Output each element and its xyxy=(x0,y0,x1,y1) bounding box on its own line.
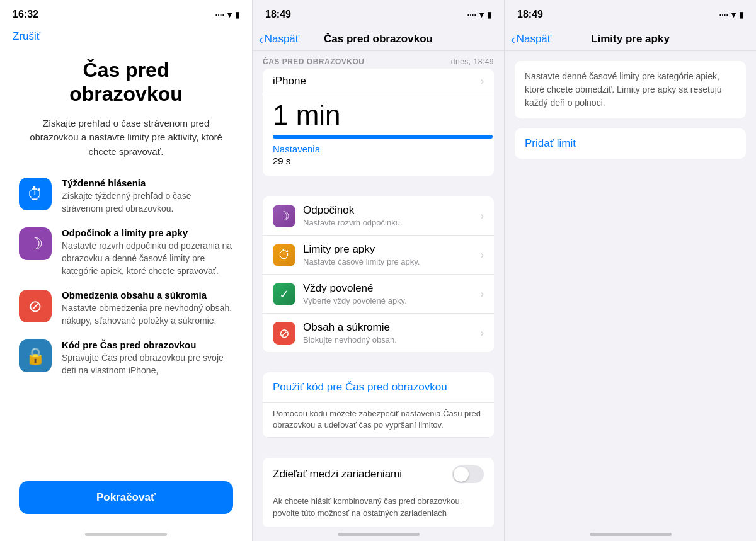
chevron-right-icon: › xyxy=(481,210,484,222)
panel-app-limits: 18:49 ···· ▾ ▮ ‹ Naspäť Limity pre apky … xyxy=(504,0,756,541)
status-icons-panel1: ···· ▾ ▮ xyxy=(215,10,239,20)
usage-progress-bar xyxy=(273,135,493,139)
wifi-icon-p3: ▾ xyxy=(731,10,736,20)
usage-category: Nastavenia xyxy=(263,142,494,156)
section-label: ČAS PRED OBRAZOVKOU xyxy=(263,57,365,66)
back-button-panel3[interactable]: ‹ Naspäť xyxy=(511,33,551,45)
status-bar-panel2: 18:49 ···· ▾ ▮ xyxy=(253,0,504,25)
weekly-report-icon: ⏱ xyxy=(19,178,52,210)
status-bar-panel3: 18:49 ···· ▾ ▮ xyxy=(505,0,756,25)
downtime-menu-title: Odpočinok xyxy=(303,204,481,217)
share-label: Zdieľať medzi zariadeniami xyxy=(273,468,402,481)
divider1 xyxy=(253,186,504,196)
use-passcode-desc: Pomocou kódu môžete zabezpečiť nastaveni… xyxy=(263,403,494,438)
cancel-button[interactable]: Zrušiť xyxy=(0,28,252,45)
usage-stats: 1 min Nastavenia 29 s xyxy=(263,94,494,176)
nav-bar-panel3: ‹ Naspäť Limity pre apky xyxy=(505,25,756,51)
restrictions-icon: ⊘ xyxy=(19,290,52,322)
empty-space xyxy=(505,159,756,527)
downtime-menu-item[interactable]: ☽ Odpočinok Nastavte rozvrh odpočinku. › xyxy=(263,196,494,236)
feature-item-downtime: ☽ Odpočinok a limity pre apky Nastavte r… xyxy=(19,227,233,277)
back-label-panel3: Naspäť xyxy=(517,33,552,45)
add-limit-button[interactable]: Pridať limit xyxy=(515,128,746,159)
time-panel3: 18:49 xyxy=(517,9,543,20)
feature-item-passcode: 🔒 Kód pre Čas pred obrazovkou Spravujte … xyxy=(19,339,233,377)
feature-title-restrictions: Obmedzenia obsahu a súkromia xyxy=(62,290,233,300)
feature-list: ⏱ Týždenné hlásenia Získajte týždenný pr… xyxy=(19,178,233,377)
page-subtitle: Získajte prehľad o čase strávenom pred o… xyxy=(19,117,233,159)
app-limits-description: Nastavte denné časové limity pre kategór… xyxy=(515,61,746,118)
app-limits-menu-icon: ⏱ xyxy=(273,244,295,266)
feature-desc-weekly: Získajte týždenný prehľad o čase stráven… xyxy=(62,190,233,215)
share-toggle-row: Zdieľať medzi zariadeniami xyxy=(263,458,494,491)
downtime-menu-subtitle: Nastavte rozvrh odpočinku. xyxy=(303,218,481,227)
back-button-panel2[interactable]: ‹ Naspäť xyxy=(259,33,299,45)
wifi-icon: ▾ xyxy=(227,10,232,20)
share-toggle[interactable] xyxy=(452,465,484,483)
chevron-right-icon: › xyxy=(481,288,484,300)
feature-desc-passcode: Spravujte Čas pred obrazovkou pre svoje … xyxy=(62,352,233,377)
chevron-left-icon-p3: ‹ xyxy=(511,33,515,45)
downtime-menu-icon: ☽ xyxy=(273,205,295,227)
feature-title-weekly: Týždenné hlásenia xyxy=(62,178,233,188)
chevron-right-icon: › xyxy=(481,249,484,261)
page-title: Čas pred obrazovkou xyxy=(69,58,183,106)
app-limits-menu-title: Limity pre apky xyxy=(303,243,481,256)
nav-title-panel3: Limity pre apky xyxy=(591,33,670,45)
signal-icon: ···· xyxy=(215,10,224,20)
battery-icon-p3: ▮ xyxy=(739,10,743,20)
downtime-icon: ☽ xyxy=(19,227,52,260)
home-indicator-p2 xyxy=(338,533,420,536)
usage-section-header: ČAS PRED OBRAZOVKOU dnes, 18:49 xyxy=(253,51,504,69)
always-allowed-menu-subtitle: Vyberte vždy povolené apky. xyxy=(303,296,481,305)
device-usage-section: iPhone › 1 min Nastavenia 29 s xyxy=(263,69,494,176)
chevron-left-icon: ‹ xyxy=(259,33,263,45)
panel-screen-time-main: 18:49 ···· ▾ ▮ ‹ Naspäť Čas pred obrazov… xyxy=(252,0,504,541)
home-indicator xyxy=(85,533,167,536)
home-indicator-p3 xyxy=(590,533,672,536)
share-section: Zdieľať medzi zariadeniami Ak chcete hlá… xyxy=(263,458,494,527)
always-allowed-menu-icon: ✓ xyxy=(273,283,295,305)
share-desc: Ak chcete hlásiť kombinovaný čas pred ob… xyxy=(263,491,494,527)
use-passcode-button[interactable]: Použiť kód pre Čas pred obrazovkou xyxy=(263,372,494,403)
always-allowed-menu-title: Vždy povolené xyxy=(303,282,481,295)
feature-title-downtime: Odpočinok a limity pre apky xyxy=(62,227,233,238)
content-privacy-menu-title: Obsah a súkromie xyxy=(303,321,481,334)
nav-title-panel2: Čas pred obrazovkou xyxy=(324,33,433,45)
content-privacy-menu-item[interactable]: ⊘ Obsah a súkromie Blokujte nevhodný obs… xyxy=(263,314,494,352)
battery-icon: ▮ xyxy=(235,10,239,20)
passcode-icon: 🔒 xyxy=(19,339,52,372)
usage-category-time: 29 s xyxy=(263,156,494,171)
status-icons-panel2: ···· ▾ ▮ xyxy=(467,10,491,20)
feature-item-restrictions: ⊘ Obmedzenia obsahu a súkromia Nastavte … xyxy=(19,290,233,327)
back-label-panel2: Naspäť xyxy=(265,33,300,45)
wifi-icon-p2: ▾ xyxy=(479,10,484,20)
battery-icon-p2: ▮ xyxy=(487,10,491,20)
content-privacy-menu-subtitle: Blokujte nevhodný obsah. xyxy=(303,335,481,345)
usage-time: 1 min xyxy=(263,97,494,132)
menu-section: ☽ Odpočinok Nastavte rozvrh odpočinku. ›… xyxy=(263,196,494,352)
device-row[interactable]: iPhone › xyxy=(263,69,494,94)
app-limits-menu-subtitle: Nastavte časové limity pre apky. xyxy=(303,257,481,266)
time-panel1: 16:32 xyxy=(13,9,38,20)
signal-icon-p3: ···· xyxy=(719,10,728,20)
status-bar-panel1: 16:32 ···· ▾ ▮ xyxy=(0,0,252,25)
feature-item-weekly: ⏱ Týždenné hlásenia Získajte týždenný pr… xyxy=(19,178,233,215)
divider3 xyxy=(253,448,504,458)
section-date: dnes, 18:49 xyxy=(451,57,494,66)
content-privacy-menu-icon: ⊘ xyxy=(273,322,295,345)
device-name: iPhone xyxy=(273,75,306,88)
passcode-section: Použiť kód pre Čas pred obrazovkou Pomoc… xyxy=(263,372,494,438)
time-panel2: 18:49 xyxy=(265,9,291,20)
chevron-right-icon: › xyxy=(481,76,484,87)
app-limits-menu-item[interactable]: ⏱ Limity pre apky Nastavte časové limity… xyxy=(263,236,494,275)
feature-desc-downtime: Nastavte rozvrh odpočinku od pozerania n… xyxy=(62,240,233,277)
status-icons-panel3: ···· ▾ ▮ xyxy=(719,10,743,20)
add-limit-section: Pridať limit xyxy=(515,128,746,159)
nav-bar-panel2: ‹ Naspäť Čas pred obrazovkou xyxy=(253,25,504,51)
feature-title-passcode: Kód pre Čas pred obrazovkou xyxy=(62,339,233,350)
continue-button[interactable]: Pokračovať xyxy=(19,481,233,514)
panel-screen-time-intro: 16:32 ···· ▾ ▮ Zrušiť Čas pred obrazovko… xyxy=(0,0,252,541)
panel1-main-content: Čas pred obrazovkou Získajte prehľad o č… xyxy=(0,45,252,527)
always-allowed-menu-item[interactable]: ✓ Vždy povolené Vyberte vždy povolené ap… xyxy=(263,275,494,314)
